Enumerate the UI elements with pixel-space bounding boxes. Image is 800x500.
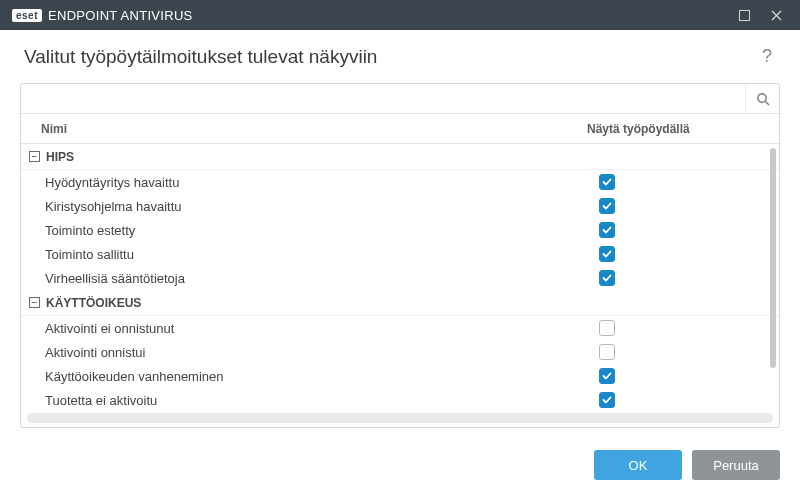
dialog-footer: OK Peruuta (0, 428, 800, 500)
table-header: Nimi Näytä työpöydällä (21, 114, 779, 144)
product-name: ENDPOINT ANTIVIRUS (48, 8, 193, 23)
window-maximize-button[interactable] (728, 0, 760, 30)
group-label: KÄYTTÖOIKEUS (46, 296, 141, 310)
item-row: Toiminto sallittu (21, 242, 779, 266)
vertical-scrollbar[interactable] (770, 148, 776, 368)
item-row: Aktivointi ei onnistunut (21, 316, 779, 340)
search-button[interactable] (745, 84, 779, 113)
item-label: Virheellisiä sääntötietoja (21, 271, 599, 286)
group-row: −KÄYTTÖOIKEUS (21, 290, 779, 316)
item-row: Kiristysohjelma havaittu (21, 194, 779, 218)
help-icon[interactable]: ? (758, 44, 776, 69)
show-on-desktop-checkbox[interactable] (599, 270, 615, 286)
show-on-desktop-checkbox[interactable] (599, 368, 615, 384)
group-label: HIPS (46, 150, 74, 164)
item-row: Hyödyntäyritys havaittu (21, 170, 779, 194)
show-on-desktop-checkbox[interactable] (599, 320, 615, 336)
group-row: −HIPS (21, 144, 779, 170)
item-label: Toiminto sallittu (21, 247, 599, 262)
notifications-panel: Nimi Näytä työpöydällä −HIPSHyödyntäyrit… (20, 83, 780, 428)
item-label: Kiristysohjelma havaittu (21, 199, 599, 214)
item-label: Toiminto estetty (21, 223, 599, 238)
column-header-name[interactable]: Nimi (21, 122, 587, 136)
svg-rect-0 (739, 10, 749, 20)
titlebar: eset ENDPOINT ANTIVIRUS (0, 0, 800, 30)
ok-button[interactable]: OK (594, 450, 682, 480)
show-on-desktop-checkbox[interactable] (599, 344, 615, 360)
table-body: −HIPSHyödyntäyritys havaittuKiristysohje… (21, 144, 779, 410)
svg-point-1 (757, 93, 765, 101)
show-on-desktop-checkbox[interactable] (599, 198, 615, 214)
window-close-button[interactable] (760, 0, 792, 30)
show-on-desktop-checkbox[interactable] (599, 174, 615, 190)
item-row: Toiminto estetty (21, 218, 779, 242)
item-label: Käyttöoikeuden vanheneminen (21, 369, 599, 384)
cancel-button[interactable]: Peruuta (692, 450, 780, 480)
column-header-show[interactable]: Näytä työpöydällä (587, 122, 767, 136)
page-title: Valitut työpöytäilmoitukset tulevat näky… (24, 46, 377, 68)
item-label: Hyödyntäyritys havaittu (21, 175, 599, 190)
search-input[interactable] (21, 84, 745, 113)
collapse-icon[interactable]: − (29, 151, 40, 162)
item-row: Virheellisiä sääntötietoja (21, 266, 779, 290)
show-on-desktop-checkbox[interactable] (599, 246, 615, 262)
item-row: Käyttöoikeuden vanheneminen (21, 364, 779, 388)
horizontal-scrollbar[interactable] (27, 413, 773, 423)
item-label: Aktivointi onnistui (21, 345, 599, 360)
brand-badge: eset (12, 9, 42, 22)
search-icon (756, 92, 770, 106)
collapse-icon[interactable]: − (29, 297, 40, 308)
show-on-desktop-checkbox[interactable] (599, 392, 615, 408)
item-row: Aktivointi onnistui (21, 340, 779, 364)
item-row: Tuotetta ei aktivoitu (21, 388, 779, 410)
item-label: Tuotetta ei aktivoitu (21, 393, 599, 408)
dialog-header: Valitut työpöytäilmoitukset tulevat näky… (0, 30, 800, 79)
brand: eset ENDPOINT ANTIVIRUS (12, 8, 193, 23)
show-on-desktop-checkbox[interactable] (599, 222, 615, 238)
search-row (21, 84, 779, 114)
item-label: Aktivointi ei onnistunut (21, 321, 599, 336)
